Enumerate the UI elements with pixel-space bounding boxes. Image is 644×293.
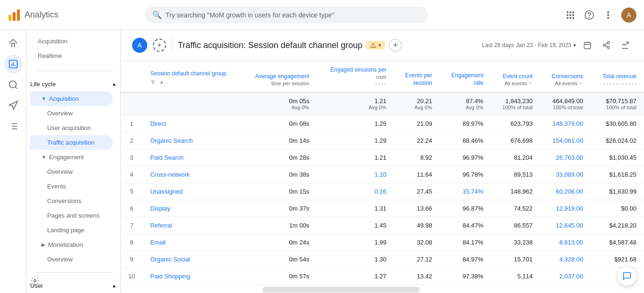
date-range-selector[interactable]: Last 28 days Jan 23 - Feb 19, 2023 ▾: [482, 42, 576, 49]
row-revenue: $0.00: [591, 200, 644, 217]
sidebar-sub-item-traffic-acquisition[interactable]: Traffic acquisition: [30, 135, 113, 150]
sidebar-item-realtime[interactable]: Realtime: [26, 49, 117, 63]
sidebar-sub-item-conversions[interactable]: Conversions: [30, 194, 113, 208]
warning-button[interactable]: ▾: [366, 41, 385, 49]
row-engagement-rate: 84.97%: [440, 251, 491, 268]
app-title: Analytics: [25, 10, 59, 20]
row-channel[interactable]: Paid Search: [142, 149, 242, 166]
row-channel[interactable]: Paid Shopping: [142, 268, 242, 285]
svg-rect-1: [13, 12, 16, 21]
table-row: 4 Cross-network 0m 38s 1.10 11.64 96.78%…: [121, 166, 644, 183]
add-column-button[interactable]: +: [159, 79, 163, 86]
sidebar-sub-item-events[interactable]: Events: [30, 179, 113, 194]
sidebar-sub-item-overview[interactable]: Overview: [30, 106, 113, 121]
sidebar-sub-item-landing-page[interactable]: Landing page: [30, 223, 113, 237]
row-engagement-rate: 89.97%: [440, 115, 491, 132]
account-button[interactable]: A: [132, 38, 147, 53]
settings-item[interactable]: [30, 276, 40, 285]
row-events-per-session: 13.42: [394, 268, 440, 285]
sidebar-sub-item-engagement-overview[interactable]: Overview: [30, 164, 113, 179]
top-header: Analytics 🔍 Try searching "MoM growth in…: [0, 0, 644, 30]
row-events-per-session: 13.66: [394, 200, 440, 217]
th-channel-label: Session default channel group: [150, 70, 226, 77]
add-chart-button[interactable]: +: [389, 39, 402, 52]
row-engaged-sessions: 1.30: [317, 251, 394, 268]
sidebar-item-reports-snapshot[interactable]: Acquisition: [26, 34, 117, 49]
row-avg-engagement: 1m 00s: [242, 217, 317, 234]
row-channel[interactable]: Email: [142, 234, 242, 251]
th-event-count[interactable]: Event count All events: [491, 61, 540, 92]
th-rank: [121, 61, 142, 92]
sidebar-icon-advertising[interactable]: [4, 96, 23, 115]
row-conversions: 60,206.00: [540, 183, 591, 200]
calendar-button[interactable]: [580, 38, 595, 53]
th-engagement-rate[interactable]: Engagement rate: [440, 61, 491, 92]
row-channel[interactable]: Cross-network: [142, 166, 242, 183]
row-channel[interactable]: Organic Social: [142, 251, 242, 268]
row-conversions: 154,061.00: [540, 132, 591, 149]
row-engagement-rate: 96.87%: [440, 200, 491, 217]
row-conversions: 12,919.00: [540, 200, 591, 217]
help-icon[interactable]: [584, 9, 595, 21]
th-total-revenue[interactable]: Total revenue - - - - - - - - - - -: [591, 61, 644, 92]
row-rank: 7: [121, 217, 142, 234]
settings-icon: [30, 276, 40, 285]
add-property-button[interactable]: +: [153, 39, 166, 52]
row-revenue: $26,024.02: [591, 132, 644, 149]
row-conversions: 33,089.00: [540, 166, 591, 183]
row-channel[interactable]: Referral: [142, 217, 242, 234]
row-channel[interactable]: Display: [142, 200, 242, 217]
share-icon: [602, 41, 611, 49]
svg-point-21: [607, 42, 610, 44]
search-bar[interactable]: 🔍 Try searching "MoM growth in users for…: [145, 7, 428, 23]
row-revenue: $1,630.99: [591, 183, 644, 200]
row-engaged-sessions: 1.45: [317, 217, 394, 234]
sidebar-icon-reports[interactable]: [4, 55, 23, 73]
th-engaged-sessions[interactable]: Engaged sessions per user - - - -: [317, 61, 394, 92]
row-avg-engagement: 0m 38s: [242, 166, 317, 183]
lifecycle-chevron: ▲: [112, 81, 117, 87]
insights-button[interactable]: [618, 38, 633, 53]
apps-icon[interactable]: [565, 9, 576, 21]
th-channel[interactable]: Session default channel group +: [142, 61, 242, 92]
th-events-per-session[interactable]: Events per session: [394, 61, 440, 92]
row-events-per-session: 22.24: [394, 132, 440, 149]
svg-point-3: [567, 11, 569, 13]
chat-bubble-button[interactable]: [618, 267, 636, 285]
table-scroll-wrapper[interactable]: Session default channel group + Average …: [121, 61, 644, 285]
row-avg-engagement: 0m 57s: [242, 268, 317, 285]
sidebar-sub-item-user-acquisition[interactable]: User acquisition: [30, 121, 113, 135]
lifecycle-section-header[interactable]: Life cycle ▲: [30, 77, 117, 91]
sidebar-item-monetization[interactable]: ▶ Monetization: [30, 237, 113, 252]
row-revenue: $1,618.25: [591, 166, 644, 183]
row-rank: 9: [121, 251, 142, 268]
sidebar-icon-explore[interactable]: [4, 75, 23, 94]
share-button[interactable]: [599, 38, 614, 53]
table-row: 9 Organic Social 0m 54s 1.30 27.12 84.97…: [121, 251, 644, 268]
sidebar-icon-list[interactable]: [4, 117, 23, 136]
row-events-per-session: 21.09: [394, 115, 440, 132]
avatar[interactable]: A: [621, 8, 636, 23]
th-avg-engagement[interactable]: Average engagement time per session: [242, 61, 317, 92]
row-channel[interactable]: Direct: [142, 115, 242, 132]
data-table: Session default channel group + Average …: [121, 61, 644, 285]
page-header: A + Traffic acquisition: Session default…: [121, 30, 644, 61]
row-event-count: 89,513: [491, 166, 540, 183]
sidebar-sub-item-monetization-overview[interactable]: Overview: [30, 252, 113, 267]
row-channel[interactable]: Organic Search: [142, 132, 242, 149]
th-conversions[interactable]: Conversions All events: [540, 61, 591, 92]
sidebar-item-acquisition[interactable]: ▼ Acquisition: [30, 91, 113, 106]
main-content: A + Traffic acquisition: Session default…: [121, 30, 644, 293]
sidebar-sub-item-pages-screens[interactable]: Pages and screens: [30, 208, 113, 223]
horizontal-scrollbar[interactable]: [262, 287, 419, 293]
sidebar-icon-home[interactable]: [4, 34, 23, 53]
svg-point-16: [607, 17, 609, 19]
row-engaged-sessions: 0.16: [317, 183, 394, 200]
user-section-header[interactable]: User ▲: [30, 278, 117, 293]
more-icon[interactable]: [602, 9, 614, 21]
row-channel[interactable]: Unassigned: [142, 183, 242, 200]
page-title-area: Traffic acquisition: Session default cha…: [178, 39, 477, 52]
sidebar-item-engagement[interactable]: ▼ Engagement: [30, 150, 113, 164]
svg-point-18: [9, 81, 16, 88]
sidebar-collapse-btn[interactable]: [117, 277, 121, 293]
